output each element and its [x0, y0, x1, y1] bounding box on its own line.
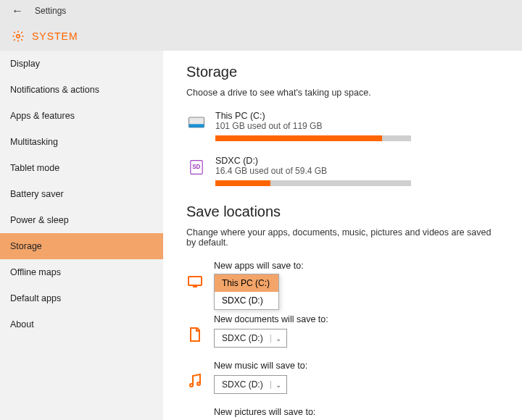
svg-text:SD: SD [192, 164, 200, 170]
drive-usage: 16.4 GB used out of 59.4 GB [215, 166, 502, 176]
drive-info: This PC (C:) 101 GB used out of 119 GB [215, 111, 502, 141]
music-icon [186, 372, 204, 390]
sidebar-item-label: Display [10, 59, 40, 69]
sidebar-item-label: Power & sleep [10, 215, 69, 225]
sidebar-item-label: Notifications & actions [10, 85, 99, 95]
svg-point-8 [197, 382, 200, 385]
sd-card-icon: SD [186, 157, 207, 177]
sidebar-item-storage[interactable]: Storage [0, 233, 163, 259]
save-row-apps: New apps will save to: This PC (C:) SDXC… [186, 261, 502, 290]
select-value: SDXC (D:) [215, 379, 270, 390]
back-button[interactable]: ← [12, 4, 23, 17]
svg-rect-2 [189, 124, 204, 127]
sidebar-item-label: Battery saver [10, 189, 64, 199]
sidebar: Display Notifications & actions Apps & f… [0, 51, 163, 420]
sidebar-item-default-apps[interactable]: Default apps [0, 285, 163, 311]
dropdown-option[interactable]: SDXC (D:) [215, 292, 278, 309]
sidebar-item-battery-saver[interactable]: Battery saver [0, 181, 163, 207]
dropdown-option[interactable]: This PC (C:) [215, 274, 278, 292]
drive-icon [186, 112, 207, 133]
titlebar: ← Settings [0, 0, 522, 22]
svg-point-7 [190, 384, 193, 387]
save-locations-section: Save locations Change where your apps, d… [186, 203, 502, 420]
chevron-down-icon: ⌄ [270, 335, 286, 343]
drive-row-d[interactable]: SD SDXC (D:) 16.4 GB used out of 59.4 GB [186, 156, 502, 186]
sidebar-item-multitasking[interactable]: Multitasking [0, 129, 163, 155]
gear-icon [12, 30, 25, 43]
sidebar-item-tablet-mode[interactable]: Tablet mode [0, 155, 163, 181]
save-label: New documents will save to: [214, 314, 502, 324]
sidebar-item-label: Apps & features [10, 111, 75, 121]
save-row-pictures: New pictures will save to: SDXC (D:) ⌄ [186, 407, 502, 420]
drive-name: SDXC (D:) [215, 156, 502, 166]
save-row-documents: New documents will save to: SDXC (D:) ⌄ [186, 314, 502, 348]
drive-name: This PC (C:) [215, 111, 502, 121]
storage-heading: Storage [186, 64, 502, 80]
documents-icon [186, 326, 204, 343]
sidebar-item-label: Multitasking [10, 137, 58, 147]
save-locations-subtext: Change where your apps, documents, music… [186, 227, 502, 248]
music-select[interactable]: SDXC (D:) ⌄ [214, 375, 287, 394]
select-value: SDXC (D:) [215, 333, 270, 343]
sidebar-item-label: Tablet mode [10, 163, 59, 173]
main-panel: Storage Choose a drive to see what's tak… [163, 51, 522, 420]
save-label: New music will save to: [214, 361, 502, 371]
usage-bar-fill [215, 135, 382, 141]
usage-bar [215, 180, 411, 186]
usage-bar-fill [215, 180, 270, 186]
save-locations-heading: Save locations [186, 203, 502, 220]
window-title: Settings [35, 6, 66, 16]
sidebar-item-apps-features[interactable]: Apps & features [0, 103, 163, 129]
system-heading: SYSTEM [0, 22, 522, 51]
chevron-down-icon: ⌄ [270, 381, 286, 389]
drive-row-c[interactable]: This PC (C:) 101 GB used out of 119 GB [186, 111, 502, 141]
content-area: Display Notifications & actions Apps & f… [0, 51, 522, 420]
sidebar-item-label: Default apps [10, 293, 61, 303]
apps-icon [186, 272, 204, 290]
save-row-music: New music will save to: SDXC (D:) ⌄ [186, 361, 502, 394]
svg-rect-6 [194, 285, 196, 287]
svg-point-0 [17, 35, 20, 38]
sidebar-item-power-sleep[interactable]: Power & sleep [0, 207, 163, 233]
sidebar-item-offline-maps[interactable]: Offline maps [0, 259, 163, 285]
sidebar-item-label: Offline maps [10, 267, 61, 277]
drive-usage: 101 GB used out of 119 GB [215, 121, 502, 131]
sidebar-item-notifications[interactable]: Notifications & actions [0, 77, 163, 103]
sidebar-item-display[interactable]: Display [0, 51, 163, 77]
svg-rect-5 [188, 277, 202, 285]
apps-dropdown-open: This PC (C:) SDXC (D:) [214, 274, 279, 310]
save-label: New apps will save to: [214, 261, 502, 271]
save-label: New pictures will save to: [214, 407, 502, 417]
storage-subtext: Choose a drive to see what's taking up s… [186, 88, 502, 98]
drive-info: SDXC (D:) 16.4 GB used out of 59.4 GB [215, 156, 502, 186]
sidebar-item-label: About [10, 319, 34, 329]
sidebar-item-label: Storage [10, 241, 42, 251]
documents-select[interactable]: SDXC (D:) ⌄ [214, 329, 287, 348]
sidebar-item-about[interactable]: About [0, 311, 163, 337]
system-label: SYSTEM [32, 30, 78, 42]
usage-bar [215, 135, 411, 141]
